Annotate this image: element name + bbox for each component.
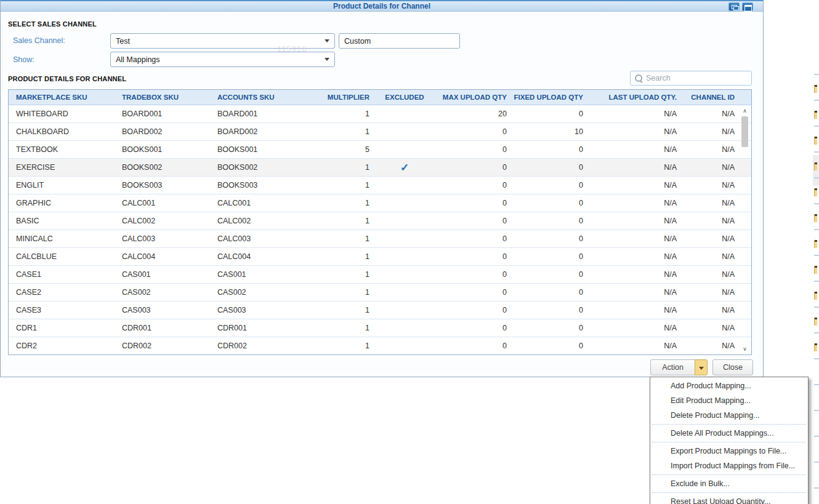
action-button[interactable]: Action [650, 359, 695, 375]
menu-item[interactable]: Edit Product Mapping... [650, 393, 808, 408]
scroll-up-icon[interactable]: ∧ [740, 106, 749, 115]
table-row[interactable]: GRAPHICCALC001CALC001100N/AN/A [9, 194, 751, 212]
table-row[interactable]: CALCBLUECALC004CALC004100N/AN/A [9, 248, 751, 266]
column-header-fixed_upload_qty[interactable]: FIXED UPLOAD QTY [508, 94, 584, 101]
table-cell-last_upload_qty: N/A [584, 288, 678, 297]
table-cell-marketplace_sku: BASIC [9, 217, 115, 225]
table-scrollbar[interactable]: ∧ ∨ [740, 106, 749, 353]
grid-line-fragment [814, 255, 819, 256]
column-header-excluded[interactable]: EXCLUDED [371, 94, 438, 101]
dialog-titlebar: Product Details for Channel [1, 0, 763, 12]
column-header-marketplace_sku[interactable]: MARKETPLACE SKU [9, 94, 115, 101]
table-cell-fixed_upload_qty: 0 [508, 199, 584, 207]
table-row[interactable]: TEXTBOOKBOOKS001BOOKS001500N/AN/A [9, 141, 751, 159]
menu-item[interactable]: Import Product Mappings from File... [650, 458, 808, 473]
table-cell-last_upload_qty: N/A [584, 252, 678, 261]
table-cell-channel_id: N/A [678, 288, 736, 297]
table-cell-channel_id: N/A [678, 252, 736, 261]
table-cell-last_upload_qty: N/A [584, 110, 678, 118]
table-cell-fixed_upload_qty: 0 [508, 342, 584, 350]
excluded-check-icon: ✓ [400, 162, 409, 173]
channel-type-value: Custom [344, 37, 371, 46]
table-row[interactable]: BASICCALC002CALC002100N/AN/A [9, 212, 751, 230]
table-cell-accounts_sku: BOARD002 [210, 127, 315, 136]
search-input[interactable] [646, 74, 751, 82]
table-cell-accounts_sku: CALC003 [210, 234, 315, 243]
table-cell-accounts_sku: CDR001 [210, 324, 315, 332]
menu-item[interactable]: Delete All Product Mappings... [650, 426, 808, 441]
table-cell-channel_id: N/A [678, 199, 736, 207]
table-cell-multiplier: 1 [315, 234, 371, 243]
table-cell-fixed_upload_qty: 0 [508, 270, 584, 279]
table-cell-marketplace_sku: CASE1 [9, 270, 115, 279]
grid-line-fragment [814, 410, 819, 411]
table-cell-tradebox_sku: CALC004 [115, 252, 210, 261]
table-cell-max_upload_qty: 0 [438, 145, 508, 154]
table-cell-fixed_upload_qty: 0 [508, 110, 584, 118]
table-cell-accounts_sku: BOOKS002 [210, 163, 315, 172]
table-row[interactable]: WHITEBOARDBOARD001BOARD0011200N/AN/A [9, 105, 751, 123]
table-cell-tradebox_sku: BOOKS002 [115, 163, 210, 172]
table-cell-marketplace_sku: TEXTBOOK [9, 145, 115, 154]
table-cell-marketplace_sku: CDR2 [9, 342, 115, 350]
table-row[interactable]: CHALKBOARDBOARD002BOARD0021010N/AN/A [9, 123, 751, 141]
chevron-down-icon [325, 58, 329, 61]
table-body: WHITEBOARDBOARD001BOARD0011200N/AN/ACHAL… [9, 105, 751, 355]
watermark-text: 115916 [277, 44, 307, 54]
table-cell-tradebox_sku: BOOKS001 [115, 145, 210, 154]
table-row[interactable]: EXERCISEBOOKS002BOOKS0021✓00N/AN/A [9, 159, 751, 177]
grid-line-fragment [814, 151, 819, 153]
grid-line-fragment [814, 306, 819, 308]
table-row[interactable]: CASE3CAS003CAS003100N/AN/A [9, 302, 751, 319]
table-cell-fixed_upload_qty: 10 [508, 127, 584, 136]
column-header-channel_id[interactable]: CHANNEL ID [678, 94, 736, 101]
search-box[interactable] [630, 71, 752, 86]
table-row[interactable]: ENGLITBOOKS003BOOKS003100N/AN/A [9, 177, 751, 194]
select-sales-channel-heading: SELECT SALES CHANNEL [8, 20, 97, 28]
table-cell-marketplace_sku: CHALKBOARD [9, 127, 115, 136]
menu-separator [652, 492, 806, 493]
table-cell-fixed_upload_qty: 0 [508, 306, 584, 314]
table-row[interactable]: CASE1CAS001CAS001100N/AN/A [9, 266, 751, 284]
table-cell-channel_id: N/A [678, 127, 736, 136]
table-cell-last_upload_qty: N/A [584, 306, 678, 314]
close-button[interactable]: Close [712, 359, 753, 375]
scroll-down-icon[interactable]: ∨ [740, 345, 749, 353]
column-header-multiplier[interactable]: MULTIPLIER [315, 94, 371, 101]
column-header-tradebox_sku[interactable]: TRADEBOX SKU [115, 94, 210, 101]
menu-item[interactable]: Add Product Mapping... [650, 378, 808, 393]
table-row[interactable]: CDR2CDR002CDR002100N/AN/A [9, 337, 751, 355]
table-cell-last_upload_qty: N/A [584, 145, 678, 154]
table-row[interactable]: CDR1CDR001CDR001100N/AN/A [9, 319, 751, 337]
column-header-last_upload_qty[interactable]: LAST UPLOAD QTY. [584, 94, 678, 101]
table-cell-max_upload_qty: 0 [438, 288, 508, 297]
action-dropdown-button[interactable] [695, 359, 708, 375]
show-select[interactable]: All Mappings [110, 52, 335, 67]
background-window-edge [810, 0, 819, 504]
column-header-accounts_sku[interactable]: ACCOUNTS SKU [210, 94, 315, 101]
column-header-max_upload_qty[interactable]: MAX UPLOAD QTY [438, 94, 508, 101]
restore-window-icon[interactable] [728, 2, 740, 11]
table-cell-tradebox_sku: BOARD001 [115, 110, 210, 118]
table-row[interactable]: CASE2CAS002CAS002100N/AN/A [9, 284, 751, 302]
table-cell-last_upload_qty: N/A [584, 163, 678, 172]
menu-item[interactable]: Exclude in Bulk... [650, 476, 808, 491]
menu-item[interactable]: Export Product Mappings to File... [650, 444, 808, 458]
grid-line-fragment [814, 358, 819, 359]
pencil-icon [814, 343, 817, 351]
channel-type-field[interactable]: Custom [339, 33, 460, 49]
table-cell-marketplace_sku: WHITEBOARD [9, 110, 115, 118]
grid-line-fragment [814, 384, 819, 385]
maximize-window-icon[interactable] [742, 2, 753, 11]
menu-item[interactable]: Delete Product Mapping... [650, 408, 808, 423]
grid-line-fragment [814, 100, 819, 101]
table-cell-accounts_sku: CAS001 [210, 270, 315, 279]
scrollbar-thumb[interactable] [741, 116, 748, 147]
table-cell-accounts_sku: BOOKS003 [210, 181, 315, 190]
table-row[interactable]: MINICALCCALC003CALC003100N/AN/A [9, 230, 751, 248]
menu-item[interactable]: Reset Last Upload Quantity... [650, 494, 808, 504]
table-cell-multiplier: 1 [315, 199, 371, 207]
table-cell-channel_id: N/A [678, 110, 736, 118]
pencil-icon [814, 240, 817, 248]
table-cell-tradebox_sku: CALC001 [115, 199, 210, 207]
